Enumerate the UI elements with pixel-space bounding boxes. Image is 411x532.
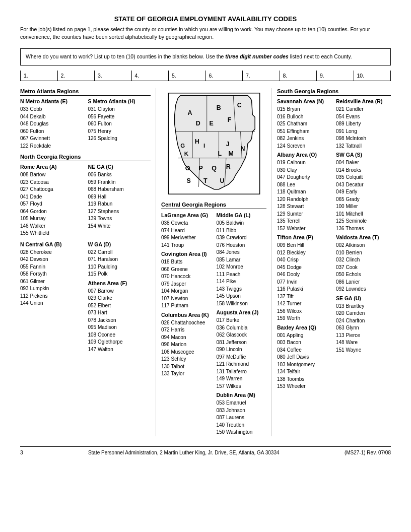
list-item: 148 Ware bbox=[336, 339, 391, 347]
w-ga-list: 022 Carroll 071 Haralson 110 Paulding 11… bbox=[88, 249, 151, 278]
se-ga-list: 013 Brantley 020 Camden 024 Charlton 063… bbox=[336, 303, 391, 354]
blank-1[interactable]: 1. bbox=[21, 71, 58, 81]
list-item: 107 Newton bbox=[161, 295, 212, 303]
list-item: 129 Sumter bbox=[277, 211, 332, 218]
svg-text:H: H bbox=[195, 138, 199, 145]
svg-text:N: N bbox=[241, 145, 245, 152]
list-item: 144 Union bbox=[20, 300, 83, 307]
list-item: 007 Barrow bbox=[88, 288, 151, 295]
dublin-list: 053 Emanuel 083 Johnson 087 Laurens 140 … bbox=[217, 400, 267, 436]
blank-4[interactable]: 4. bbox=[132, 71, 169, 81]
page-title: STATE OF GEORGIA EMPLOYMENT AVAILABILITY… bbox=[20, 15, 391, 23]
w-ga-athens-col: W GA (D) 022 Carroll 071 Haralson 110 Pa… bbox=[88, 241, 151, 354]
list-item: 062 Glascock bbox=[217, 331, 267, 339]
list-item: 089 Liberty bbox=[336, 120, 391, 128]
list-item: 154 White bbox=[88, 223, 151, 230]
list-item: 019 Calhoun bbox=[277, 159, 332, 167]
footer-form: (MS27-1) Rev. 07/08 bbox=[345, 450, 391, 455]
svg-text:U: U bbox=[220, 177, 224, 184]
columbus-title: Columbus Area (K) bbox=[161, 312, 212, 318]
rome-list: 008 Bartow 023 Catoosa 027 Chattooga 041… bbox=[20, 171, 83, 237]
metro-atlanta-group: N Metro Atlanta (E) 033 Cobb 044 Dekalb … bbox=[20, 98, 151, 150]
covington-list: 018 Butts 066 Greene 070 Hancock 079 Jas… bbox=[161, 258, 212, 310]
list-item: 060 Fulton bbox=[88, 120, 151, 128]
list-item: 134 Telfair bbox=[277, 368, 332, 376]
instructions-box: Where do you want to work? List up to te… bbox=[20, 48, 391, 65]
blank-5[interactable]: 5. bbox=[169, 71, 206, 81]
list-item: 026 Chattahoochee bbox=[161, 319, 212, 327]
list-item: 004 Baker bbox=[336, 159, 391, 167]
list-item: 030 Clay bbox=[277, 167, 332, 174]
list-item: 115 Polk bbox=[88, 271, 151, 278]
left-panel: Metro Atlanta Regions N Metro Atlanta (E… bbox=[20, 88, 156, 436]
blank-9[interactable]: 9. bbox=[317, 71, 354, 81]
list-item: 015 Bryan bbox=[277, 106, 332, 113]
list-item: 157 Wilkes bbox=[217, 383, 267, 390]
s-metro-list: 031 Clayton 056 Fayette 060 Fulton 075 H… bbox=[88, 106, 151, 143]
middle-panel: A B C D E F G H I J K L M N O P Q R S T bbox=[156, 88, 272, 436]
blank-8[interactable]: 8. bbox=[280, 71, 317, 81]
blank-2[interactable]: 2. bbox=[58, 71, 95, 81]
list-item: 151 Wayne bbox=[336, 347, 391, 354]
list-item: 018 Butts bbox=[161, 258, 212, 266]
north-georgia-group-1: Rome Area (A) 008 Bartow 023 Catoosa 027… bbox=[20, 164, 151, 237]
list-item: 070 Hancock bbox=[161, 273, 212, 281]
albany-title: Albany Area (O) bbox=[277, 152, 332, 158]
list-item: 077 Irwin bbox=[277, 279, 332, 286]
list-item: 120 Randolph bbox=[277, 196, 332, 204]
reidsville-list: 021 Candler 054 Evans 089 Liberty 091 Lo… bbox=[336, 106, 391, 150]
reidsville-title: Reidsville Area (R) bbox=[336, 98, 391, 104]
list-item: 123 Schley bbox=[161, 356, 212, 363]
list-item: 021 Candler bbox=[336, 106, 391, 113]
list-item: 002 Atkinson bbox=[336, 242, 391, 249]
list-item: 110 Paulding bbox=[88, 263, 151, 271]
list-item: 147 Walton bbox=[88, 346, 151, 354]
list-item: 116 Pulaski bbox=[277, 286, 332, 293]
metro-atlanta-header: Metro Atlanta Regions bbox=[20, 88, 151, 96]
list-item: 126 Spalding bbox=[88, 135, 151, 143]
list-item: 104 Morgan bbox=[161, 288, 212, 295]
list-item: 058 Forsyth bbox=[20, 271, 83, 278]
list-item: 075 Henry bbox=[88, 128, 151, 136]
middle-ga-list: 005 Baldwin 011 Bibb 039 Crawford 076 Ho… bbox=[217, 220, 267, 307]
middle-ga-title: Middle GA (L) bbox=[217, 212, 267, 218]
list-item: 028 Cherokee bbox=[20, 249, 83, 256]
rome-title: Rome Area (A) bbox=[20, 164, 83, 170]
blank-10[interactable]: 10. bbox=[354, 71, 391, 81]
svg-text:K: K bbox=[184, 151, 189, 157]
list-item: 024 Charlton bbox=[336, 317, 391, 325]
svg-text:R: R bbox=[226, 163, 231, 170]
blank-7[interactable]: 7. bbox=[243, 71, 280, 81]
svg-text:L: L bbox=[218, 150, 222, 157]
blank-3[interactable]: 3. bbox=[95, 71, 132, 81]
w-ga-title: W GA (D) bbox=[88, 241, 151, 247]
list-item: 136 Thomas bbox=[336, 225, 391, 233]
list-item: 033 Cobb bbox=[20, 106, 83, 113]
list-item: 122 Rockdale bbox=[20, 143, 83, 150]
list-item: 079 Jasper bbox=[161, 281, 212, 288]
list-item: 132 Tattnall bbox=[336, 143, 391, 150]
list-item: 074 Heard bbox=[161, 227, 212, 235]
list-item: 008 Bartow bbox=[20, 171, 83, 179]
tifton-list: 009 Ben Hill 012 Bleckley 040 Crisp 045 … bbox=[277, 242, 332, 322]
list-item: 084 Jones bbox=[217, 249, 267, 256]
blank-6[interactable]: 6. bbox=[206, 71, 243, 81]
list-item: 125 Seminole bbox=[336, 218, 391, 225]
list-item: 121 Richmond bbox=[217, 361, 267, 368]
covington-title: Covington Area (I) bbox=[161, 251, 212, 257]
list-item: 088 Lee bbox=[277, 181, 332, 189]
athens-title: Athens Area (F) bbox=[88, 280, 151, 286]
se-ga-title: SE GA (U) bbox=[336, 295, 391, 301]
list-item: 083 Johnson bbox=[217, 407, 267, 415]
list-item: 086 Lanier bbox=[336, 279, 391, 286]
central-georgia-cols: LaGrange Area (G) 038 Coweta 074 Heard 0… bbox=[161, 212, 266, 436]
list-item: 100 Miller bbox=[336, 203, 391, 211]
list-item: 043 Decatur bbox=[336, 181, 391, 189]
instructions-bold: three digit number codes bbox=[225, 53, 288, 59]
list-item: 152 Webster bbox=[277, 225, 332, 233]
list-item: 069 Hall bbox=[88, 193, 151, 201]
list-item: 146 Walker bbox=[20, 223, 83, 230]
savannah-list: 015 Bryan 016 Bulloch 025 Chatham 051 Ef… bbox=[277, 106, 332, 150]
list-item: 052 Elbert bbox=[88, 302, 151, 310]
numbered-blanks: 1. 2. 3. 4. 5. 6. 7. 8. 9. 10. bbox=[20, 71, 391, 81]
